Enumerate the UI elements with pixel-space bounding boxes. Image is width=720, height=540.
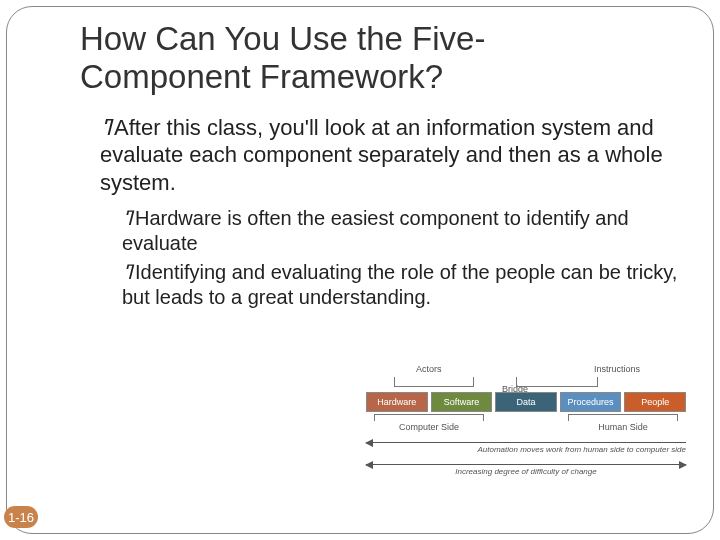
bullet-icon: ߣ <box>100 115 112 140</box>
bullet-1a: ߣHardware is often the easiest component… <box>122 206 690 256</box>
bullet-icon: ߣ <box>122 207 133 229</box>
bullet-1: ߣAfter this class, you'll look at an inf… <box>100 114 690 197</box>
box-procedures: Procedures <box>560 392 622 412</box>
caption-automation: Automation moves work from human side to… <box>366 445 686 454</box>
bullet-1b: ߣIdentifying and evaluating the role of … <box>122 260 690 310</box>
label-computer-side: Computer Side <box>374 422 484 432</box>
bullet-1b-text: Identifying and evaluating the role of t… <box>122 261 677 308</box>
page-number: 1-16 <box>8 510 34 525</box>
bullet-icon: ߣ <box>122 261 133 283</box>
bullet-1a-text: Hardware is often the easiest component … <box>122 207 629 254</box>
box-hardware: Hardware <box>366 392 428 412</box>
slide: How Can You Use the Five-Component Frame… <box>0 0 720 540</box>
five-component-diagram: Actors Instructions Bridge Hardware Soft… <box>366 364 686 504</box>
arrow-difficulty <box>366 464 686 465</box>
box-people: People <box>624 392 686 412</box>
caption-difficulty: Increasing degree of difficulty of chang… <box>366 467 686 476</box>
label-actors: Actors <box>416 364 442 374</box>
diagram-under-labels: Computer Side Human Side <box>366 422 686 432</box>
bracket-line <box>394 377 474 387</box>
arrow-automation <box>366 442 686 443</box>
slide-body: ߣAfter this class, you'll look at an inf… <box>100 114 690 311</box>
label-human-side: Human Side <box>568 422 678 432</box>
slide-title: How Can You Use the Five-Component Frame… <box>80 20 640 96</box>
box-software: Software <box>431 392 493 412</box>
bracket-line <box>516 377 598 387</box>
diagram-top-labels: Actors Instructions Bridge <box>366 364 686 392</box>
page-number-badge: 1-16 <box>4 506 38 528</box>
bullet-1-text: After this class, you'll look at an info… <box>100 115 663 195</box>
label-instructions: Instructions <box>594 364 640 374</box>
box-data: Data <box>495 392 557 412</box>
sub-bullets: ߣHardware is often the easiest component… <box>122 206 690 310</box>
diagram-boxes: Hardware Software Data Procedures People <box>366 392 686 412</box>
